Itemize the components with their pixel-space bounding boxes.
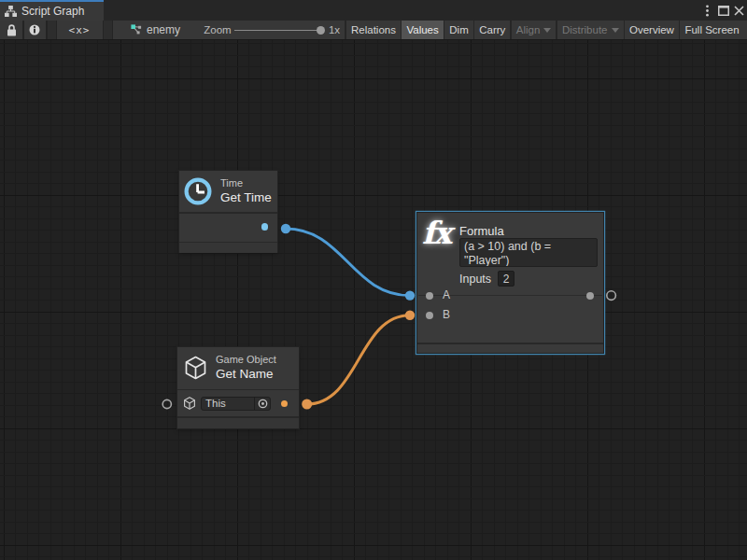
target-picker-icon[interactable]	[254, 398, 270, 410]
node-category: Game Object	[216, 354, 276, 366]
graph-canvas[interactable]: Time Get Time fx Formula (a > 10) and (b…	[0, 40, 747, 560]
node-title: Formula	[459, 224, 504, 238]
formula-input[interactable]: (a > 10) and (b = "Player")	[459, 238, 598, 267]
carry-button[interactable]: Carry	[474, 21, 510, 39]
variables-button[interactable]: <x>	[57, 21, 102, 39]
maximize-icon[interactable]	[715, 0, 731, 21]
chevron-down-icon	[612, 28, 619, 33]
node-get-name[interactable]: Game Object Get Name This	[177, 347, 299, 428]
lock-icon	[7, 24, 17, 36]
formula-input-b-port[interactable]	[426, 312, 433, 319]
graph-ref-icon	[131, 24, 142, 35]
kebab-menu-icon[interactable]	[699, 0, 715, 21]
distribute-dropdown[interactable]: Distribute	[557, 21, 624, 39]
getname-output-port[interactable]	[281, 400, 288, 407]
inputs-label: Inputs	[459, 273, 491, 286]
grid-background	[0, 40, 747, 560]
this-object-field[interactable]: This	[201, 397, 271, 411]
formula-input-a-port[interactable]	[426, 292, 433, 300]
relations-button[interactable]: Relations	[346, 21, 401, 39]
script-graph-window: Script Graph	[0, 0, 747, 560]
zoom-slider-track[interactable]	[234, 30, 324, 31]
values-button[interactable]: Values	[402, 21, 443, 39]
port-b-label: B	[443, 308, 450, 321]
clock-icon	[184, 177, 212, 205]
info-icon	[29, 24, 40, 35]
tab-title: Script Graph	[21, 5, 84, 18]
full-screen-button[interactable]: Full Screen	[680, 21, 743, 39]
cube-icon	[184, 356, 207, 380]
align-dropdown[interactable]: Align	[512, 21, 557, 39]
gettime-output-port[interactable]	[261, 223, 269, 231]
dim-button[interactable]: Dim	[444, 21, 472, 39]
node-get-time[interactable]: Time Get Time	[179, 171, 277, 252]
zoom-slider-handle[interactable]	[317, 26, 325, 35]
inputs-count-field[interactable]: 2	[498, 271, 514, 287]
node-category: Time	[220, 177, 272, 189]
toolbar: <x> enemy Zoom 1x Relations Values	[0, 21, 747, 40]
lock-button[interactable]	[0, 21, 22, 39]
angle-x-icon: <x>	[69, 24, 91, 36]
graph-name: enemy	[147, 23, 180, 36]
cube-icon-small	[183, 397, 196, 410]
node-title: Get Time	[220, 189, 272, 205]
zoom-label: Zoom	[201, 21, 234, 39]
toolbar-buttons: Relations Values Dim Carry Align Distrib…	[346, 21, 744, 39]
graph-reference[interactable]: enemy	[131, 21, 187, 39]
node-title: Get Name	[216, 366, 276, 382]
node-formula[interactable]: fx Formula (a > 10) and (b = "Player") I…	[417, 213, 603, 353]
port-a-label: A	[443, 288, 450, 301]
fx-icon: fx	[422, 215, 450, 251]
title-bar: Script Graph	[0, 0, 747, 21]
overview-button[interactable]: Overview	[625, 21, 679, 39]
graph-icon	[5, 6, 17, 17]
close-icon[interactable]	[731, 0, 747, 21]
zoom-value: 1x	[325, 21, 344, 39]
chevron-down-icon	[543, 28, 551, 33]
formula-output-port[interactable]	[586, 292, 594, 300]
tab-script-graph[interactable]: Script Graph	[0, 0, 104, 21]
info-button[interactable]	[24, 21, 47, 39]
